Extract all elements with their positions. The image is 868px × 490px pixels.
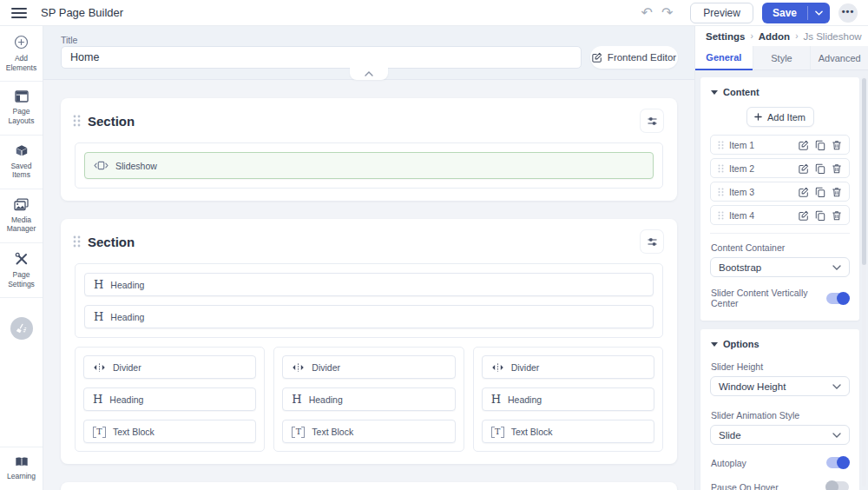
animation-style-value: Slide <box>719 430 832 440</box>
add-item-label: Add Item <box>767 112 806 122</box>
vcenter-toggle[interactable] <box>826 293 849 304</box>
frontend-editor-button[interactable]: Frontend Editor <box>590 46 678 69</box>
addon-heading[interactable]: H Heading <box>83 387 256 411</box>
sidebar-item-label: Add Elements <box>2 54 41 72</box>
canvas-body: Section Slideshow <box>43 80 694 490</box>
addon-label: Text Block <box>113 427 155 437</box>
sidebar-item-media-manager[interactable]: Media Manager <box>0 189 43 243</box>
tools-icon <box>15 252 29 266</box>
slideshow-item-row[interactable]: Item 2 <box>710 158 850 178</box>
caret-down-icon <box>711 342 718 347</box>
item-drag-handle-icon[interactable] <box>718 141 724 149</box>
sidebar-item-learning[interactable]: Learning <box>0 447 43 490</box>
add-item-button[interactable]: Add Item <box>746 107 814 127</box>
slider-height-select[interactable]: Window Height <box>710 376 850 396</box>
autoplay-toggle[interactable] <box>826 457 849 468</box>
slideshow-item-row[interactable]: Item 1 <box>710 135 850 155</box>
duplicate-icon[interactable] <box>815 140 825 150</box>
title-field-label: Title <box>61 35 77 45</box>
breadcrumb-settings[interactable]: Settings <box>706 31 745 42</box>
duplicate-icon[interactable] <box>815 163 825 174</box>
addon-heading[interactable]: H Heading <box>482 387 654 411</box>
animation-style-select[interactable]: Slide <box>710 425 850 445</box>
more-options-button[interactable]: ••• <box>838 3 858 23</box>
undo-icon[interactable]: ↶ <box>641 6 652 20</box>
slideshow-item-row[interactable]: Item 3 <box>710 182 850 202</box>
item-drag-handle-icon[interactable] <box>718 211 724 220</box>
delete-icon[interactable] <box>832 187 842 197</box>
preview-button[interactable]: Preview <box>690 3 753 23</box>
addon-divider[interactable]: Divider <box>482 355 654 379</box>
section-settings-button[interactable] <box>641 109 663 132</box>
pause-on-hover-toggle[interactable] <box>826 481 849 490</box>
breadcrumb-separator-icon: › <box>795 31 798 41</box>
tab-general[interactable]: General <box>695 46 753 70</box>
save-button[interactable]: Save <box>762 3 830 23</box>
vcenter-toggle-label: Slider Content Vertically Center <box>711 288 826 308</box>
redo-icon[interactable]: ↷ <box>661 6 673 20</box>
divider <box>710 233 850 234</box>
breadcrumb-addon[interactable]: Addon <box>759 31 790 42</box>
panel-scrollbar-thumb[interactable] <box>862 78 866 265</box>
section-drag-handle-icon[interactable] <box>73 235 81 248</box>
section-drag-handle-icon[interactable] <box>73 115 81 127</box>
delete-icon[interactable] <box>832 140 842 150</box>
top-bar: SP Page Builder ↶ ↷ Preview Save ••• <box>0 0 868 26</box>
edit-icon[interactable] <box>799 210 809 221</box>
addon-label: Heading <box>309 394 343 405</box>
slider-height-label: Slider Height <box>711 361 849 372</box>
chevron-down-icon <box>832 384 841 389</box>
hamburger-menu-icon[interactable] <box>11 8 27 18</box>
addon-text-block[interactable]: T Text Block <box>83 420 256 443</box>
edit-icon[interactable] <box>799 140 809 150</box>
page-title-input[interactable] <box>61 46 582 69</box>
addon-label: Divider <box>511 362 540 373</box>
duplicate-icon[interactable] <box>815 210 825 221</box>
sidebar-item-page-settings[interactable]: Page Settings <box>0 243 43 298</box>
chevron-up-icon <box>365 71 373 76</box>
item-drag-handle-icon[interactable] <box>718 188 724 196</box>
pause-on-hover-toggle-label: Pause On Hover <box>711 482 826 490</box>
sidebar-item-add-elements[interactable]: Add Elements <box>0 26 43 82</box>
column-container: H Heading H Heading <box>75 263 663 338</box>
addon-divider[interactable]: Divider <box>282 355 455 379</box>
addon-divider[interactable]: Divider <box>83 355 256 379</box>
section-title: Section <box>88 235 135 249</box>
collapse-titlebar-button[interactable] <box>350 67 388 80</box>
addon-slideshow[interactable]: Slideshow <box>84 152 654 179</box>
addon-heading[interactable]: H Heading <box>84 273 654 296</box>
addon-label: Heading <box>110 280 144 290</box>
sidebar-item-saved-items[interactable]: Saved Items <box>0 136 43 189</box>
save-dropdown-chevron-icon[interactable] <box>808 3 830 23</box>
delete-icon[interactable] <box>832 163 842 174</box>
chevron-down-icon <box>832 433 841 438</box>
slideshow-item-row[interactable]: Item 4 <box>710 205 850 225</box>
app-window: SP Page Builder ↶ ↷ Preview Save ••• Add… <box>0 0 868 490</box>
plus-circle-icon <box>14 35 29 50</box>
left-sidebar: Add Elements Page Layouts Saved Items Me… <box>0 26 43 490</box>
content-group-header[interactable]: Content <box>707 85 852 101</box>
tab-advanced[interactable]: Advanced <box>810 46 868 70</box>
save-button-label[interactable]: Save <box>762 3 807 23</box>
slider-height-value: Window Height <box>719 381 832 392</box>
sidebar-item-page-layouts[interactable]: Page Layouts <box>0 82 43 135</box>
addon-heading[interactable]: H Heading <box>282 387 455 411</box>
addon-label: Heading <box>110 312 144 322</box>
clear-page-button[interactable] <box>10 317 33 340</box>
tab-style[interactable]: Style <box>753 46 811 70</box>
content-container-select[interactable]: Bootstrap <box>710 257 850 277</box>
options-group-header[interactable]: Options <box>707 337 852 353</box>
addon-text-block[interactable]: T Text Block <box>282 420 455 443</box>
edit-icon[interactable] <box>799 163 809 174</box>
item-drag-handle-icon[interactable] <box>718 164 724 173</box>
edit-icon[interactable] <box>799 187 809 197</box>
duplicate-icon[interactable] <box>815 187 825 197</box>
section-settings-button[interactable] <box>641 230 663 253</box>
section-title: Section <box>88 114 135 129</box>
addon-label: Heading <box>508 394 542 405</box>
item-label: Item 1 <box>729 140 793 150</box>
text-block-icon: T <box>292 426 305 438</box>
addon-text-block[interactable]: T Text Block <box>482 420 654 443</box>
delete-icon[interactable] <box>832 210 842 221</box>
addon-heading[interactable]: H Heading <box>84 305 654 328</box>
